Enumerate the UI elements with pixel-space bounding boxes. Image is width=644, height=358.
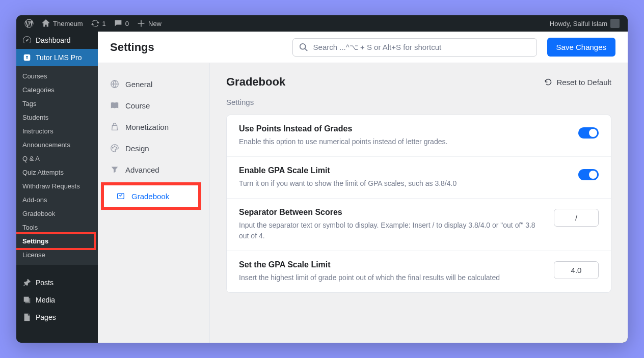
- submenu-settings[interactable]: Settings: [16, 234, 94, 248]
- svg-point-3: [113, 147, 114, 148]
- field-title: Use Points Instead of Grades: [239, 124, 566, 133]
- sidebar-item-tutor[interactable]: Tutor LMS Pro: [16, 49, 98, 66]
- field-desc: Enable this option to use numerical poin…: [239, 136, 566, 147]
- sidebar-item-label: Posts: [36, 279, 53, 287]
- comments-link[interactable]: 0: [110, 19, 133, 27]
- sidebar-item-label: Tutor LMS Pro: [36, 53, 82, 62]
- search-input[interactable]: [313, 43, 530, 51]
- snav-label: General: [125, 80, 152, 89]
- reset-label: Reset to Default: [556, 78, 611, 87]
- submenu-categories[interactable]: Categories: [16, 83, 98, 97]
- site-name: Themeum: [53, 20, 83, 27]
- field-desc: Input the separator text or symbol to di…: [239, 220, 542, 241]
- snav-design[interactable]: Design: [98, 137, 209, 159]
- snav-general[interactable]: General: [98, 73, 209, 95]
- filter-icon: [110, 165, 119, 174]
- refresh-icon: [91, 19, 99, 27]
- snav-course[interactable]: Course: [98, 95, 209, 116]
- wp-logo[interactable]: [20, 19, 38, 28]
- submenu-students[interactable]: Students: [16, 111, 98, 124]
- admin-bar: Themeum 1 0 New Howdy, Saiful Islam: [16, 15, 628, 32]
- search-icon: [299, 43, 308, 52]
- settings-nav: General Course Monetization Design: [98, 63, 210, 343]
- search-box[interactable]: [292, 38, 537, 57]
- snav-monetization[interactable]: Monetization: [98, 116, 209, 137]
- comments-count: 0: [125, 20, 129, 27]
- sidebar-item-label: Pages: [36, 313, 56, 321]
- home-icon: [42, 19, 50, 27]
- sidebar-item-posts[interactable]: Posts: [16, 274, 98, 291]
- media-icon: [22, 295, 32, 305]
- globe-icon: [110, 79, 119, 89]
- tutor-icon: [22, 53, 32, 62]
- submenu-license[interactable]: License: [16, 248, 98, 262]
- input-scale-limit[interactable]: [554, 261, 599, 279]
- page-icon: [22, 313, 32, 322]
- submenu-courses[interactable]: Courses: [16, 69, 98, 83]
- reset-icon: [544, 78, 552, 86]
- site-name-link[interactable]: Themeum: [38, 19, 87, 27]
- wp-admin-sidebar: Dashboard Tutor LMS Pro Courses Categori…: [16, 32, 98, 343]
- submenu-addons[interactable]: Add-ons: [16, 193, 98, 207]
- field-scale-limit: Set the GPA Scale Limit Insert the highe…: [227, 251, 611, 292]
- avatar: [610, 19, 620, 28]
- wordpress-icon: [24, 19, 34, 28]
- sidebar-item-media[interactable]: Media: [16, 291, 98, 309]
- toggle-enable-gpa[interactable]: [578, 169, 599, 180]
- settings-main: Gradebook Reset to Default Settings Use …: [210, 63, 628, 343]
- input-separator[interactable]: [554, 209, 599, 227]
- submenu-quiz-attempts[interactable]: Quiz Attempts: [16, 166, 98, 179]
- save-button[interactable]: Save Changes: [547, 38, 615, 57]
- sidebar-item-pages[interactable]: Pages: [16, 309, 98, 326]
- field-desc: Turn it on if you want to show the limit…: [239, 178, 566, 189]
- field-enable-gpa: Enable GPA Scale Limit Turn it on if you…: [227, 157, 611, 199]
- reset-to-default[interactable]: Reset to Default: [544, 78, 611, 87]
- sidebar-item-label: Media: [36, 296, 55, 304]
- svg-point-1: [300, 43, 305, 49]
- sidebar-item-dashboard[interactable]: Dashboard: [16, 32, 98, 49]
- book-icon: [110, 101, 119, 110]
- submenu-withdraw[interactable]: Withdraw Requests: [16, 179, 98, 193]
- settings-topbar: Settings Save Changes: [98, 32, 628, 63]
- snav-label: Course: [125, 101, 150, 110]
- snav-label: Design: [125, 144, 149, 153]
- field-title: Enable GPA Scale Limit: [239, 166, 566, 175]
- svg-point-5: [116, 147, 117, 148]
- snav-label: Advanced: [125, 166, 159, 174]
- submenu-tags[interactable]: Tags: [16, 97, 98, 111]
- snav-gradebook[interactable]: Gradebook: [104, 185, 198, 207]
- submenu-qa[interactable]: Q & A: [16, 152, 98, 166]
- svg-point-4: [114, 146, 115, 147]
- snav-label: Monetization: [125, 123, 169, 131]
- comment-icon: [114, 19, 122, 27]
- submenu-announcements[interactable]: Announcements: [16, 138, 98, 152]
- dashboard-icon: [22, 36, 32, 45]
- field-title: Set the GPA Scale Limit: [239, 260, 542, 269]
- updates-link[interactable]: 1: [87, 19, 110, 27]
- field-desc: Insert the highest limit of grade point …: [239, 272, 542, 283]
- tutor-submenu: Courses Categories Tags Students Instruc…: [16, 66, 98, 265]
- snav-advanced[interactable]: Advanced: [98, 159, 209, 180]
- submenu-instructors[interactable]: Instructors: [16, 124, 98, 138]
- updates-count: 1: [102, 20, 106, 27]
- snav-label: Gradebook: [131, 192, 169, 201]
- plus-icon: [137, 19, 145, 27]
- gradebook-settings-card: Use Points Instead of Grades Enable this…: [226, 115, 611, 293]
- palette-icon: [110, 144, 119, 153]
- bag-icon: [110, 122, 119, 131]
- field-title: Separator Between Scores: [239, 208, 542, 217]
- howdy-link[interactable]: Howdy, Saiful Islam: [546, 19, 624, 28]
- toggle-use-points[interactable]: [578, 127, 599, 139]
- submenu-gradebook[interactable]: Gradebook: [16, 207, 98, 221]
- field-use-points: Use Points Instead of Grades Enable this…: [227, 115, 611, 157]
- sidebar-item-label: Dashboard: [36, 36, 71, 44]
- section-subheading: Settings: [226, 98, 611, 106]
- new-link[interactable]: New: [133, 19, 166, 27]
- page-title: Settings: [110, 41, 154, 54]
- gradebook-icon: [116, 191, 125, 201]
- field-separator: Separator Between Scores Input the separ…: [227, 199, 611, 251]
- new-label: New: [148, 20, 162, 27]
- pin-icon: [22, 278, 32, 287]
- section-heading: Gradebook: [226, 75, 285, 89]
- howdy-text: Howdy, Saiful Islam: [550, 20, 607, 27]
